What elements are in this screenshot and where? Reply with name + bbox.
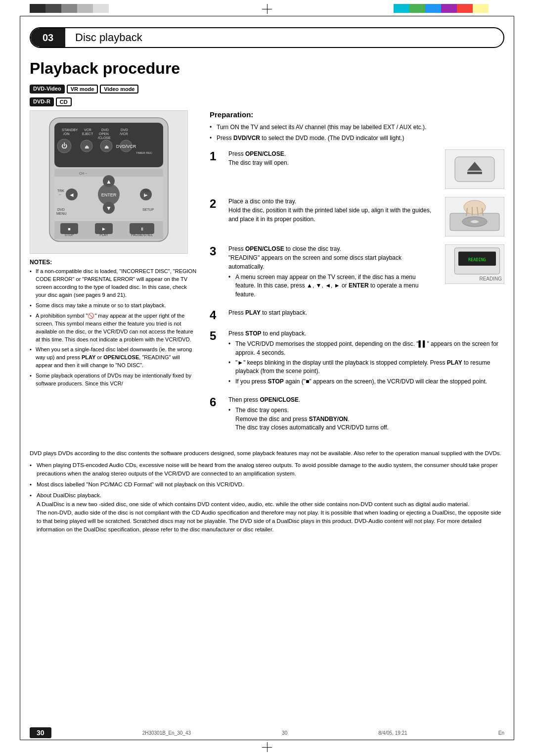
step-1-number: 1 — [210, 150, 223, 162]
svg-text:EJECT: EJECT — [82, 132, 93, 136]
cs-gray1 — [61, 4, 77, 13]
step-4-content: Press PLAY to start playback. — [228, 308, 504, 317]
step-4-number: 4 — [210, 309, 223, 321]
step-6-sub: The disc tray opens.Remove the disc and … — [228, 406, 504, 432]
footer-file-info: 2H30301B_En_30_43 — [142, 730, 191, 736]
badge-cd: CD — [56, 97, 72, 106]
svg-text:TRK: TRK — [57, 189, 64, 192]
svg-text:⏏: ⏏ — [85, 144, 89, 149]
svg-text:PAUSE/STILL: PAUSE/STILL — [131, 233, 153, 236]
svg-text:+: + — [144, 193, 146, 196]
step-6: 6 Then press OPEN/CLOSE. The disc tray o… — [210, 395, 504, 433]
svg-text:►: ► — [101, 226, 106, 232]
two-col-layout: STANDBY /ON VCR EJECT DVD OPEN /CLOSE DV… — [30, 110, 504, 441]
svg-text:CH −: CH − — [79, 172, 87, 175]
svg-text:DVD/VCR: DVD/VCR — [116, 144, 136, 149]
step-3: 3 Press OPEN/CLOSE to close the disc tra… — [210, 244, 504, 300]
svg-text:⏏: ⏏ — [104, 144, 109, 149]
page-footer: 30 2H30301B_En_30_43 30 8/4/05, 19:21 En — [30, 727, 504, 738]
chapter-header: 03 Disc playback — [30, 27, 504, 48]
notes-title: NOTES: — [30, 259, 198, 266]
chapter-number: 03 — [31, 28, 65, 47]
page-number-badge: 30 — [30, 727, 51, 738]
step-2-number: 2 — [210, 198, 223, 210]
bottom-note-item: When playing DTS-encoded Audio CDs, exce… — [30, 461, 504, 478]
svg-text:▲: ▲ — [106, 178, 112, 185]
remote-svg: STANDBY /ON VCR EJECT DVD OPEN /CLOSE DV… — [35, 115, 183, 249]
step-1: 1 Press OPEN/CLOSE.The disc tray will op… — [210, 149, 504, 189]
border-left — [20, 16, 20, 740]
chapter-title: Disc playback — [65, 31, 142, 44]
svg-text:STOP: STOP — [65, 233, 74, 236]
notes-list: If a non-compatible disc is loaded, "INC… — [30, 268, 198, 388]
step-3-image: READING READING — [440, 244, 504, 284]
top-bar — [0, 0, 534, 9]
prep-item-1: Turn ON the TV and select its AV channel… — [210, 123, 504, 132]
svg-text:ENTER: ENTER — [101, 192, 117, 197]
note-item: When you set a single-faced disc label d… — [30, 346, 198, 370]
svg-text:TIMER REC: TIMER REC — [136, 151, 153, 154]
step-3-content: Press OPEN/CLOSE to close the disc tray.… — [228, 244, 435, 300]
note-item: Some discs may take a minute or so to st… — [30, 302, 198, 310]
reading-label: READING — [479, 276, 502, 282]
border-bottom — [20, 740, 514, 740]
svg-text:PLAY: PLAY — [99, 233, 108, 236]
badge-dvd-video: DVD-Video — [30, 85, 65, 94]
footer-language: En — [498, 730, 504, 736]
main-content: Playback procedure DVD-Video VR mode Vid… — [30, 54, 504, 731]
cs-lightgray1 — [77, 4, 93, 13]
step-2-image-box — [445, 197, 504, 236]
step-1-content: Press OPEN/CLOSE.The disc tray will open… — [228, 149, 435, 167]
badge-vr-mode: VR mode — [67, 85, 98, 94]
bottom-notes: DVD plays DVDs according to the disc con… — [30, 449, 504, 534]
note-item: If a non-compatible disc is loaded, "INC… — [30, 268, 198, 299]
step-3-image-box: READING READING — [445, 244, 504, 284]
top-crosshair — [262, 4, 272, 14]
step-3-sub-item: A menu screen may appear on the TV scree… — [228, 273, 435, 299]
svg-text:DVD: DVD — [57, 208, 65, 211]
mode-badges: DVD-Video VR mode Video mode — [30, 85, 504, 94]
bottom-note-item: About DualDisc playback.A DualDisc is a … — [30, 491, 504, 534]
svg-text:/ON: /ON — [63, 132, 69, 136]
notes-section: NOTES: If a non-compatible disc is loade… — [30, 259, 198, 388]
step-5-sub-1: The VCR/DVD memorises the stopped point,… — [228, 340, 504, 357]
cs-white — [489, 4, 504, 13]
step-1-image — [440, 149, 504, 189]
step-6-content: Then press OPEN/CLOSE. The disc tray ope… — [228, 395, 504, 433]
step-1-text: Press OPEN/CLOSE.The disc tray will open… — [228, 149, 435, 167]
svg-text:/CLOSE: /CLOSE — [98, 136, 111, 140]
section-title: Playback procedure — [30, 59, 504, 78]
step-4-text: Press PLAY to start playback. — [228, 308, 504, 317]
color-strip-right — [394, 4, 504, 13]
cs-lighter1 — [93, 4, 109, 13]
reading-display-illustration: READING — [452, 247, 502, 275]
cs-red — [457, 4, 473, 13]
footer-page-num: 30 — [282, 730, 287, 736]
svg-text:STANDBY: STANDBY — [62, 128, 78, 132]
step-6-number: 6 — [210, 396, 223, 408]
step-1-image-box — [445, 149, 504, 189]
bottom-crosshair — [262, 742, 272, 752]
step-6-text: Then press OPEN/CLOSE. — [228, 395, 504, 404]
step-3-text: Press OPEN/CLOSE to close the disc tray.… — [228, 244, 435, 271]
cs-cyan — [394, 4, 409, 13]
bottom-note-item: Most discs labelled "Non PC/MAC CD Forma… — [30, 480, 504, 489]
step-4: 4 Press PLAY to start playback. — [210, 308, 504, 321]
svg-text:VCR: VCR — [84, 128, 91, 132]
svg-text:◄: ◄ — [69, 191, 75, 198]
svg-text:MENU: MENU — [56, 212, 67, 215]
step-5-text: Press STOP to end playback. — [228, 329, 504, 338]
mode-badges-row2: DVD-R CD — [30, 97, 504, 106]
bottom-note-list: When playing DTS-encoded Audio CDs, exce… — [30, 461, 504, 534]
badge-video-mode: Video mode — [100, 85, 138, 94]
border-top — [20, 16, 514, 16]
svg-text:−: − — [59, 193, 61, 196]
note-item: Some playback operations of DVDs may be … — [30, 372, 198, 388]
note-item: A prohibition symbol "🚫" may appear at t… — [30, 312, 198, 344]
svg-text:DVD: DVD — [101, 128, 109, 132]
preparation-title: Preparation: — [210, 110, 504, 119]
cs-black1 — [30, 4, 45, 13]
step-6-sub-1: The disc tray opens.Remove the disc and … — [228, 406, 504, 432]
cs-blue — [425, 4, 441, 13]
color-strip-left — [30, 4, 109, 13]
